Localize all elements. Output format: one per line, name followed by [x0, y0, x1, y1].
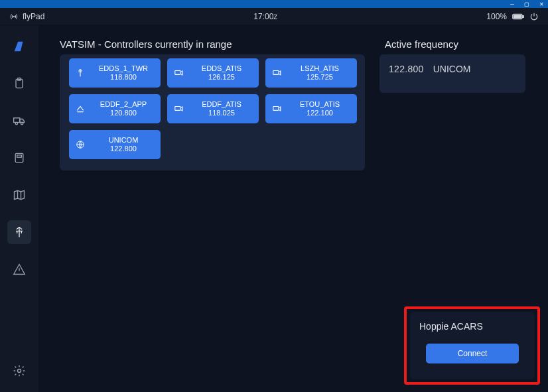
warning-icon: [13, 263, 26, 276]
controller-name: EDDF_2_APP: [100, 100, 147, 109]
window-maximize-button[interactable]: ▢: [524, 1, 529, 7]
nav-fuel[interactable]: [7, 146, 31, 170]
nav-dashboard[interactable]: [7, 34, 31, 58]
controllers-title: VATSIM - Controllers currently in range: [60, 38, 232, 50]
svg-point-0: [13, 16, 15, 17]
gear-icon: [13, 364, 26, 377]
app-name: flyPad: [23, 12, 44, 21]
battery-icon: [512, 13, 524, 21]
controller-frequency: 122.800: [110, 145, 137, 153]
atis-icon: [271, 104, 283, 113]
window-minimize-button[interactable]: ─: [510, 1, 515, 7]
controller-frequency: 126.125: [208, 73, 235, 82]
status-bar: flyPad 17:00z 100%: [0, 8, 548, 25]
svg-point-8: [21, 123, 23, 125]
active-frequency-panel: 122.800 UNICOM: [379, 54, 525, 93]
atc-tower-icon: [13, 226, 26, 239]
controller-tile[interactable]: EDDF_2_APP120.800: [69, 94, 161, 123]
tail-icon: [12, 39, 27, 54]
nav-map[interactable]: [7, 183, 31, 207]
svg-rect-12: [175, 71, 180, 75]
nav-clipboard[interactable]: [7, 72, 31, 96]
battery-percent: 100%: [486, 12, 507, 21]
hoppie-title: Hoppie ACARS: [419, 321, 525, 332]
svg-rect-10: [17, 155, 22, 157]
power-icon[interactable]: [529, 12, 539, 21]
nav-atc[interactable]: [7, 220, 31, 244]
atis-icon: [172, 104, 184, 113]
controller-frequency: 118.800: [110, 73, 137, 82]
svg-point-11: [18, 369, 21, 373]
approach-icon: [74, 104, 86, 113]
window-close-button[interactable]: ✕: [539, 1, 544, 7]
controller-frequency: 118.025: [208, 109, 235, 117]
sidebar: [0, 25, 38, 392]
clock: 17:00z: [44, 12, 486, 21]
hoppie-connect-button[interactable]: Connect: [426, 344, 519, 363]
broadcast-icon: [9, 13, 19, 21]
nav-settings[interactable]: [7, 359, 31, 383]
controller-name: LSZH_ATIS: [301, 64, 339, 73]
controller-tile[interactable]: ETOU_ATIS122.100: [265, 94, 357, 123]
controller-name: ETOU_ATIS: [300, 100, 340, 109]
controller-frequency: 122.100: [307, 109, 333, 117]
active-frequency-title: Active frequency: [385, 38, 458, 50]
atis-icon: [172, 68, 184, 78]
svg-rect-3: [514, 15, 521, 18]
active-frequency-name: UNICOM: [433, 64, 471, 74]
svg-point-7: [15, 123, 17, 125]
hoppie-acars-panel: Hoppie ACARS Connect: [410, 312, 535, 379]
globe-icon: [74, 140, 86, 149]
svg-rect-6: [14, 118, 20, 123]
controller-tile[interactable]: UNICOM122.800: [69, 130, 161, 159]
controller-tile[interactable]: EDDS_1_TWR118.800: [69, 58, 161, 88]
window-titlebar: ─ ▢ ✕: [0, 0, 548, 8]
controller-frequency: 120.800: [110, 109, 137, 117]
map-icon: [13, 188, 26, 202]
controller-tile[interactable]: LSZH_ATIS125.725: [265, 58, 357, 88]
svg-rect-2: [523, 15, 524, 17]
controller-frequency: 125.725: [307, 73, 333, 82]
fuel-icon: [13, 151, 26, 164]
clipboard-icon: [13, 77, 26, 90]
controller-name: EDDS_1_TWR: [99, 64, 148, 73]
nav-failures[interactable]: [7, 257, 31, 281]
controller-name: EDDS_ATIS: [202, 64, 241, 73]
controller-tile[interactable]: EDDF_ATIS118.025: [167, 94, 259, 123]
active-frequency-value: 122.800: [389, 64, 424, 74]
controller-tile[interactable]: EDDS_ATIS126.125: [167, 58, 259, 88]
atis-icon: [271, 68, 283, 78]
svg-rect-14: [175, 107, 180, 111]
controllers-grid: EDDS_1_TWR118.800EDDS_ATIS126.125LSZH_AT…: [69, 58, 358, 159]
controller-name: UNICOM: [109, 136, 139, 145]
hoppie-connect-label: Connect: [458, 349, 488, 358]
controller-name: EDDF_ATIS: [202, 100, 241, 109]
svg-rect-15: [273, 107, 279, 111]
tower-icon: [74, 68, 86, 78]
svg-rect-13: [273, 71, 279, 75]
truck-icon: [12, 114, 27, 127]
nav-ground[interactable]: [7, 109, 31, 133]
